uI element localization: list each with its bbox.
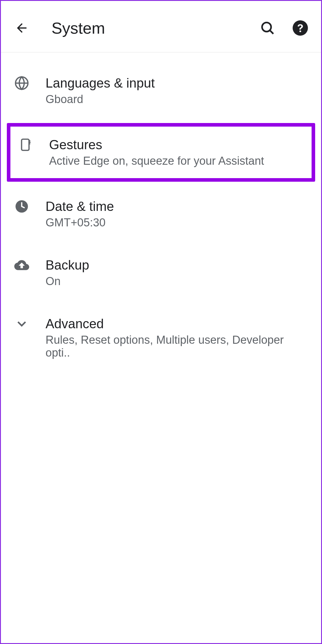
header-actions: [259, 19, 309, 37]
setting-title: Languages & input: [46, 76, 309, 91]
app-header: System: [1, 1, 321, 52]
setting-date-time[interactable]: Date & time GMT+05:30: [1, 185, 321, 243]
svg-point-6: [29, 142, 30, 143]
search-icon: [260, 20, 275, 36]
globe-icon: [14, 76, 29, 91]
arrow-back-icon: [15, 21, 29, 35]
setting-gestures[interactable]: Gestures Active Edge on, squeeze for you…: [7, 123, 315, 182]
svg-rect-5: [22, 139, 29, 150]
setting-icon-container: [13, 258, 43, 273]
setting-text: Backup On: [43, 258, 309, 288]
setting-languages-input[interactable]: Languages & input Gboard: [1, 61, 321, 120]
setting-subtitle: Rules, Reset options, Multiple users, De…: [46, 334, 309, 359]
setting-title: Advanced: [46, 316, 309, 331]
setting-text: Gestures Active Edge on, squeeze for you…: [46, 137, 306, 167]
setting-title: Gestures: [49, 137, 306, 152]
search-button[interactable]: [259, 19, 276, 37]
page-title: System: [51, 19, 259, 37]
setting-subtitle: Active Edge on, squeeze for your Assista…: [49, 155, 306, 167]
setting-text: Advanced Rules, Reset options, Multiple …: [43, 316, 309, 359]
setting-title: Backup: [46, 258, 309, 273]
setting-icon-container: [16, 137, 46, 152]
setting-icon-container: [13, 316, 43, 331]
clock-icon: [14, 199, 29, 214]
setting-icon-container: [13, 199, 43, 214]
gesture-phone-icon: [18, 137, 33, 152]
settings-list: Languages & input Gboard Gestures Active…: [1, 52, 321, 374]
setting-text: Date & time GMT+05:30: [43, 199, 309, 229]
help-icon: [292, 20, 309, 36]
setting-backup[interactable]: Backup On: [1, 243, 321, 302]
svg-point-0: [262, 23, 271, 32]
setting-subtitle: On: [46, 275, 309, 288]
setting-subtitle: GMT+05:30: [46, 216, 309, 229]
svg-line-1: [270, 30, 273, 34]
back-button[interactable]: [13, 19, 31, 37]
setting-text: Languages & input Gboard: [43, 76, 309, 106]
help-button[interactable]: [291, 19, 309, 37]
setting-subtitle: Gboard: [46, 93, 309, 106]
setting-title: Date & time: [46, 199, 309, 214]
setting-advanced[interactable]: Advanced Rules, Reset options, Multiple …: [1, 302, 321, 374]
chevron-down-icon: [14, 316, 29, 331]
cloud-upload-icon: [14, 258, 29, 273]
setting-icon-container: [13, 76, 43, 91]
